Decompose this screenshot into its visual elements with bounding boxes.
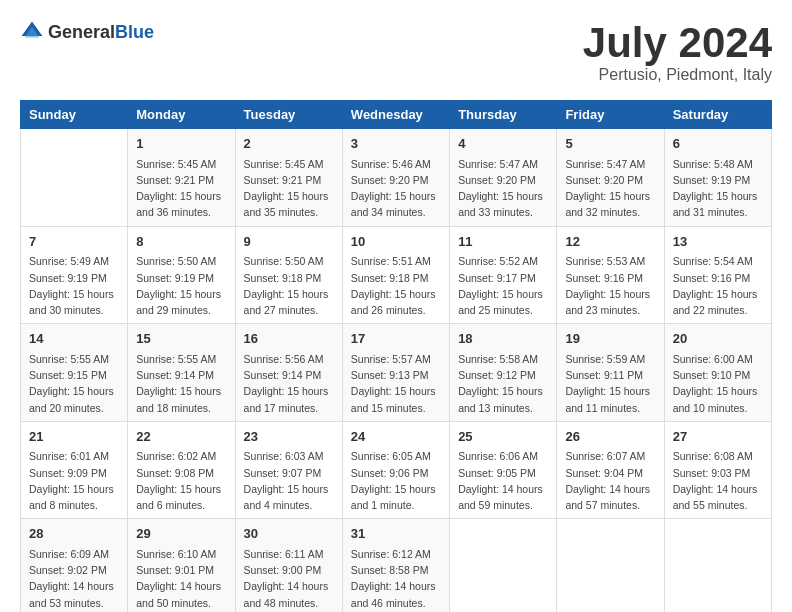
day-info: Sunrise: 6:03 AMSunset: 9:07 PMDaylight:… xyxy=(244,448,334,513)
day-number: 29 xyxy=(136,524,226,544)
calendar-cell: 5Sunrise: 5:47 AMSunset: 9:20 PMDaylight… xyxy=(557,129,664,227)
day-number: 22 xyxy=(136,427,226,447)
day-info: Sunrise: 5:45 AMSunset: 9:21 PMDaylight:… xyxy=(136,156,226,221)
day-info: Sunrise: 6:11 AMSunset: 9:00 PMDaylight:… xyxy=(244,546,334,611)
page-subtitle: Pertusio, Piedmont, Italy xyxy=(583,66,772,84)
day-info: Sunrise: 6:12 AMSunset: 8:58 PMDaylight:… xyxy=(351,546,441,611)
day-number: 19 xyxy=(565,329,655,349)
day-info: Sunrise: 5:53 AMSunset: 9:16 PMDaylight:… xyxy=(565,253,655,318)
header: GeneralBlue July 2024 Pertusio, Piedmont… xyxy=(20,20,772,84)
calendar-cell xyxy=(557,519,664,612)
day-info: Sunrise: 6:05 AMSunset: 9:06 PMDaylight:… xyxy=(351,448,441,513)
day-number: 4 xyxy=(458,134,548,154)
day-number: 25 xyxy=(458,427,548,447)
calendar-cell: 31Sunrise: 6:12 AMSunset: 8:58 PMDayligh… xyxy=(342,519,449,612)
calendar-cell: 7Sunrise: 5:49 AMSunset: 9:19 PMDaylight… xyxy=(21,226,128,324)
day-info: Sunrise: 5:45 AMSunset: 9:21 PMDaylight:… xyxy=(244,156,334,221)
day-info: Sunrise: 5:49 AMSunset: 9:19 PMDaylight:… xyxy=(29,253,119,318)
calendar-cell: 10Sunrise: 5:51 AMSunset: 9:18 PMDayligh… xyxy=(342,226,449,324)
day-number: 24 xyxy=(351,427,441,447)
calendar-week-row: 14Sunrise: 5:55 AMSunset: 9:15 PMDayligh… xyxy=(21,324,772,422)
day-info: Sunrise: 5:51 AMSunset: 9:18 PMDaylight:… xyxy=(351,253,441,318)
day-info: Sunrise: 6:00 AMSunset: 9:10 PMDaylight:… xyxy=(673,351,763,416)
logo-blue-text: Blue xyxy=(115,22,154,42)
day-number: 17 xyxy=(351,329,441,349)
day-info: Sunrise: 5:57 AMSunset: 9:13 PMDaylight:… xyxy=(351,351,441,416)
day-info: Sunrise: 5:50 AMSunset: 9:19 PMDaylight:… xyxy=(136,253,226,318)
calendar-week-row: 21Sunrise: 6:01 AMSunset: 9:09 PMDayligh… xyxy=(21,421,772,519)
day-number: 12 xyxy=(565,232,655,252)
calendar-week-row: 28Sunrise: 6:09 AMSunset: 9:02 PMDayligh… xyxy=(21,519,772,612)
day-number: 7 xyxy=(29,232,119,252)
logo-icon xyxy=(20,20,44,44)
day-info: Sunrise: 6:09 AMSunset: 9:02 PMDaylight:… xyxy=(29,546,119,611)
day-number: 26 xyxy=(565,427,655,447)
day-number: 2 xyxy=(244,134,334,154)
logo-general-text: General xyxy=(48,22,115,42)
calendar-table: SundayMondayTuesdayWednesdayThursdayFrid… xyxy=(20,100,772,612)
calendar-cell: 19Sunrise: 5:59 AMSunset: 9:11 PMDayligh… xyxy=(557,324,664,422)
day-info: Sunrise: 5:59 AMSunset: 9:11 PMDaylight:… xyxy=(565,351,655,416)
calendar-header-wednesday: Wednesday xyxy=(342,101,449,129)
calendar-week-row: 1Sunrise: 5:45 AMSunset: 9:21 PMDaylight… xyxy=(21,129,772,227)
day-number: 1 xyxy=(136,134,226,154)
calendar-cell: 9Sunrise: 5:50 AMSunset: 9:18 PMDaylight… xyxy=(235,226,342,324)
day-info: Sunrise: 6:06 AMSunset: 9:05 PMDaylight:… xyxy=(458,448,548,513)
calendar-cell: 29Sunrise: 6:10 AMSunset: 9:01 PMDayligh… xyxy=(128,519,235,612)
calendar-cell: 15Sunrise: 5:55 AMSunset: 9:14 PMDayligh… xyxy=(128,324,235,422)
day-info: Sunrise: 6:08 AMSunset: 9:03 PMDaylight:… xyxy=(673,448,763,513)
calendar-header-sunday: Sunday xyxy=(21,101,128,129)
day-number: 30 xyxy=(244,524,334,544)
day-info: Sunrise: 5:58 AMSunset: 9:12 PMDaylight:… xyxy=(458,351,548,416)
calendar-cell: 16Sunrise: 5:56 AMSunset: 9:14 PMDayligh… xyxy=(235,324,342,422)
calendar-cell: 22Sunrise: 6:02 AMSunset: 9:08 PMDayligh… xyxy=(128,421,235,519)
day-number: 9 xyxy=(244,232,334,252)
calendar-header-friday: Friday xyxy=(557,101,664,129)
calendar-cell xyxy=(664,519,771,612)
calendar-cell: 13Sunrise: 5:54 AMSunset: 9:16 PMDayligh… xyxy=(664,226,771,324)
calendar-header-saturday: Saturday xyxy=(664,101,771,129)
day-info: Sunrise: 5:55 AMSunset: 9:15 PMDaylight:… xyxy=(29,351,119,416)
calendar-cell: 1Sunrise: 5:45 AMSunset: 9:21 PMDaylight… xyxy=(128,129,235,227)
calendar-week-row: 7Sunrise: 5:49 AMSunset: 9:19 PMDaylight… xyxy=(21,226,772,324)
day-info: Sunrise: 5:54 AMSunset: 9:16 PMDaylight:… xyxy=(673,253,763,318)
calendar-cell: 3Sunrise: 5:46 AMSunset: 9:20 PMDaylight… xyxy=(342,129,449,227)
calendar-cell: 2Sunrise: 5:45 AMSunset: 9:21 PMDaylight… xyxy=(235,129,342,227)
calendar-cell: 20Sunrise: 6:00 AMSunset: 9:10 PMDayligh… xyxy=(664,324,771,422)
day-number: 14 xyxy=(29,329,119,349)
page-title: July 2024 xyxy=(583,20,772,66)
day-number: 6 xyxy=(673,134,763,154)
calendar-cell: 30Sunrise: 6:11 AMSunset: 9:00 PMDayligh… xyxy=(235,519,342,612)
logo: GeneralBlue xyxy=(20,20,154,44)
calendar-header-tuesday: Tuesday xyxy=(235,101,342,129)
day-number: 27 xyxy=(673,427,763,447)
calendar-cell: 6Sunrise: 5:48 AMSunset: 9:19 PMDaylight… xyxy=(664,129,771,227)
day-info: Sunrise: 5:47 AMSunset: 9:20 PMDaylight:… xyxy=(565,156,655,221)
calendar-cell: 8Sunrise: 5:50 AMSunset: 9:19 PMDaylight… xyxy=(128,226,235,324)
day-info: Sunrise: 5:48 AMSunset: 9:19 PMDaylight:… xyxy=(673,156,763,221)
day-info: Sunrise: 5:52 AMSunset: 9:17 PMDaylight:… xyxy=(458,253,548,318)
calendar-cell: 28Sunrise: 6:09 AMSunset: 9:02 PMDayligh… xyxy=(21,519,128,612)
day-info: Sunrise: 5:56 AMSunset: 9:14 PMDaylight:… xyxy=(244,351,334,416)
day-number: 23 xyxy=(244,427,334,447)
day-info: Sunrise: 5:55 AMSunset: 9:14 PMDaylight:… xyxy=(136,351,226,416)
day-number: 18 xyxy=(458,329,548,349)
day-info: Sunrise: 5:50 AMSunset: 9:18 PMDaylight:… xyxy=(244,253,334,318)
calendar-cell: 25Sunrise: 6:06 AMSunset: 9:05 PMDayligh… xyxy=(450,421,557,519)
day-info: Sunrise: 6:02 AMSunset: 9:08 PMDaylight:… xyxy=(136,448,226,513)
day-number: 13 xyxy=(673,232,763,252)
day-number: 16 xyxy=(244,329,334,349)
title-area: July 2024 Pertusio, Piedmont, Italy xyxy=(583,20,772,84)
day-number: 5 xyxy=(565,134,655,154)
calendar-cell: 24Sunrise: 6:05 AMSunset: 9:06 PMDayligh… xyxy=(342,421,449,519)
day-number: 31 xyxy=(351,524,441,544)
day-info: Sunrise: 6:01 AMSunset: 9:09 PMDaylight:… xyxy=(29,448,119,513)
day-info: Sunrise: 5:46 AMSunset: 9:20 PMDaylight:… xyxy=(351,156,441,221)
calendar-cell: 14Sunrise: 5:55 AMSunset: 9:15 PMDayligh… xyxy=(21,324,128,422)
calendar-cell: 26Sunrise: 6:07 AMSunset: 9:04 PMDayligh… xyxy=(557,421,664,519)
calendar-cell: 21Sunrise: 6:01 AMSunset: 9:09 PMDayligh… xyxy=(21,421,128,519)
calendar-cell: 11Sunrise: 5:52 AMSunset: 9:17 PMDayligh… xyxy=(450,226,557,324)
calendar-cell: 23Sunrise: 6:03 AMSunset: 9:07 PMDayligh… xyxy=(235,421,342,519)
day-info: Sunrise: 5:47 AMSunset: 9:20 PMDaylight:… xyxy=(458,156,548,221)
day-info: Sunrise: 6:07 AMSunset: 9:04 PMDaylight:… xyxy=(565,448,655,513)
